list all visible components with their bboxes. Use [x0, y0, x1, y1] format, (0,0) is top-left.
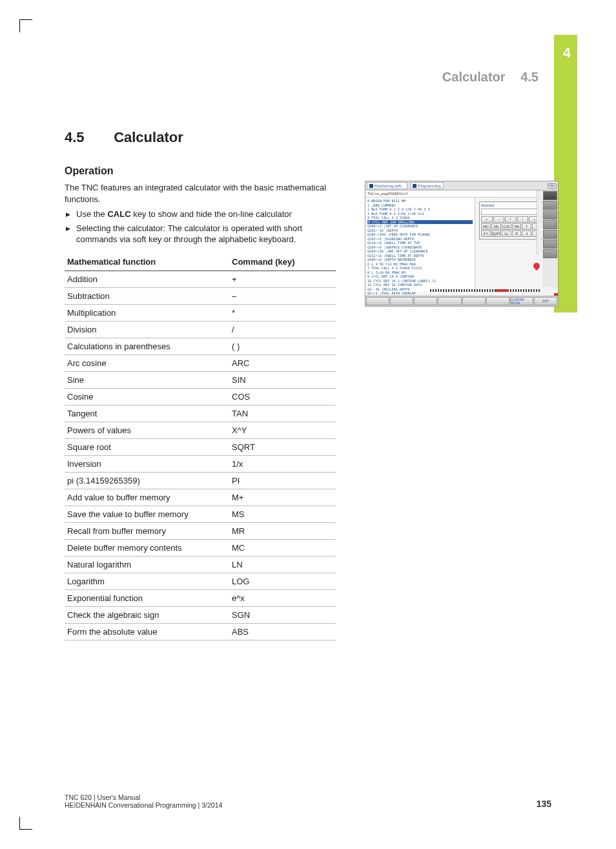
chapter-number: 4	[563, 45, 571, 61]
function-name: Check the algebraic sign	[65, 606, 229, 623]
function-name: Natural logarithm	[65, 556, 229, 573]
softkey	[462, 297, 486, 305]
page-number: 135	[537, 799, 551, 809]
function-name: Add value to buffer memory	[65, 489, 229, 506]
marker-icon	[533, 263, 540, 269]
function-name: Multiplication	[65, 304, 229, 321]
footer-doc-info: HEIDENHAIN Conversational Programming | …	[65, 801, 222, 809]
table-row: pi (3.14159265359)PI	[65, 472, 336, 489]
calc-key: SIN	[491, 223, 501, 230]
function-name: Form the absolute value	[65, 623, 229, 640]
table-row: SineSIN	[65, 371, 336, 388]
table-header-command: Command (key)	[229, 253, 336, 271]
function-name: Calculations in parentheses	[65, 338, 229, 354]
crop-mark-top-left	[19, 19, 32, 32]
table-row: Powers of valuesX^Y	[65, 422, 336, 438]
command-key: LOG	[229, 573, 336, 589]
command-key: *	[229, 304, 336, 321]
table-row: Add value to buffer memoryM+	[65, 489, 336, 506]
command-key: TAN	[229, 405, 336, 422]
calc-key: 4	[522, 230, 531, 237]
right-sidebar	[542, 190, 558, 287]
mode-tab-positioning: Positioning with...	[367, 182, 407, 189]
screenshot-programming-mode: Positioning with... Programming DNC TNC:…	[365, 181, 559, 307]
command-key: MC	[229, 539, 336, 556]
section-title: 4.5 Calculator	[65, 129, 555, 146]
calc-key: +	[481, 216, 493, 223]
table-row: Division/	[65, 321, 336, 338]
softkey	[414, 297, 437, 305]
command-key: ABS	[229, 623, 336, 640]
softkey	[438, 297, 461, 305]
instruction-list: Use the CALC key to show and hide the on…	[65, 209, 336, 245]
table-row: Recall from buffer memoryMR	[65, 522, 336, 539]
running-header-section: 4.5	[520, 70, 539, 84]
mode-tab-programming: Programming	[410, 182, 444, 189]
softkey: CONFIRM VALUE	[510, 297, 533, 305]
function-name: Powers of values	[65, 422, 229, 438]
command-key: PI	[229, 472, 336, 489]
table-row: CosineCOS	[65, 388, 336, 405]
running-header: Calculator 4.5	[442, 70, 539, 85]
table-row: LogarithmLOG	[65, 573, 336, 589]
tab-label: Programming	[418, 184, 441, 188]
command-key: ( )	[229, 338, 336, 354]
nc-program-listing: 0 BEGIN PGM EX11 MM1 ;NEW COMMENT2 BLK F…	[365, 198, 475, 293]
command-key: 1/x	[229, 455, 336, 472]
crop-mark-bottom-left	[19, 817, 32, 830]
table-row: Addition+	[65, 271, 336, 287]
intro-paragraph: The TNC features an integrated calculato…	[65, 182, 336, 205]
table-row: Exponential functione^x	[65, 589, 336, 606]
command-key: LN	[229, 556, 336, 573]
command-key: MS	[229, 506, 336, 522]
screenshot-titlebar: Positioning with... Programming DNC	[365, 181, 558, 190]
function-name: Sine	[65, 371, 229, 388]
softkey-row: CONFIRM VALUEEND	[365, 296, 558, 306]
calc-key: 1/x	[502, 230, 511, 237]
softkey	[486, 297, 509, 305]
function-name: Tangent	[65, 405, 229, 422]
command-key: ARC	[229, 354, 336, 371]
command-key: SQRT	[229, 438, 336, 455]
function-name: Exponential function	[65, 589, 229, 606]
sidebar-button	[543, 230, 557, 239]
function-name: Recall from buffer memory	[65, 522, 229, 539]
calc-view-label: Standard	[481, 203, 494, 207]
calc-key: 7	[522, 223, 531, 230]
function-name: Cosine	[65, 388, 229, 405]
command-key: M+	[229, 489, 336, 506]
sidebar-button	[543, 191, 557, 200]
calc-key: SQRT	[491, 230, 501, 237]
calc-key: -	[493, 216, 505, 223]
function-name: Inversion	[65, 455, 229, 472]
command-key: SGN	[229, 606, 336, 623]
softkey	[390, 297, 413, 305]
calc-key: /	[517, 216, 529, 223]
calc-key: COS	[502, 223, 511, 230]
function-name: Division	[65, 321, 229, 338]
command-key: X^Y	[229, 422, 336, 438]
function-name: Arc cosine	[65, 354, 229, 371]
command-key: –	[229, 287, 336, 304]
table-row: Arc cosineARC	[65, 354, 336, 371]
function-name: Subtraction	[65, 287, 229, 304]
table-row: Inversion1/x	[65, 455, 336, 472]
table-row: Save the value to buffer memoryMS	[65, 506, 336, 522]
table-row: Check the algebraic signSGN	[65, 606, 336, 623]
instruction-item: Selecting the calculator: The calculator…	[65, 223, 336, 245]
sidebar-button	[543, 249, 557, 258]
table-row: Subtraction–	[65, 287, 336, 304]
function-name: Square root	[65, 438, 229, 455]
command-key: +	[229, 271, 336, 287]
scrollbar	[537, 190, 542, 255]
section-name: Calculator	[114, 129, 183, 145]
calc-key: X^Y	[481, 230, 491, 237]
table-row: Multiplication*	[65, 304, 336, 321]
dnc-indicator: DNC	[548, 183, 557, 189]
running-header-title: Calculator	[442, 70, 506, 84]
sidebar-button	[543, 201, 557, 210]
calc-key: PI	[512, 230, 522, 237]
table-row: Calculations in parentheses( )	[65, 338, 336, 354]
table-row: Form the absolute valueABS	[65, 623, 336, 640]
command-key: MR	[229, 522, 336, 539]
